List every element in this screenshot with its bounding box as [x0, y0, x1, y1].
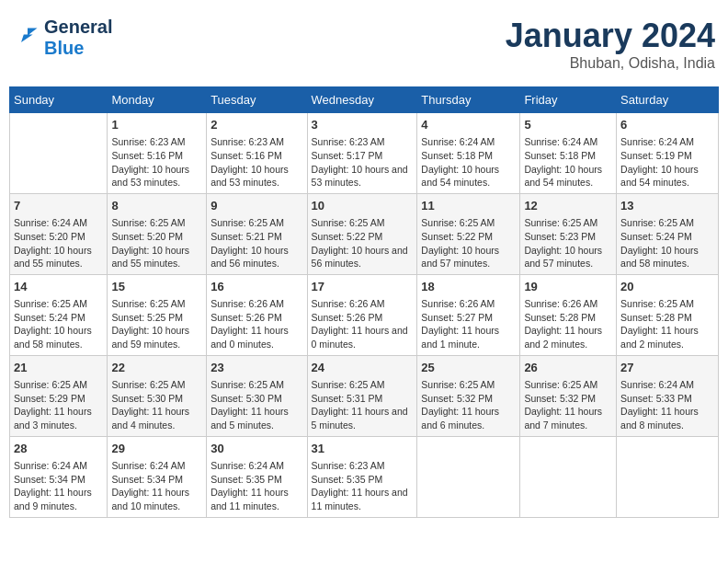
- day-info: Daylight: 11 hours and 6 minutes.: [421, 405, 516, 431]
- col-header-thursday: Thursday: [417, 87, 520, 113]
- logo-text-blue: Blue: [44, 38, 112, 59]
- day-info: Sunrise: 6:25 AM: [312, 216, 414, 230]
- day-info: Sunrise: 6:25 AM: [524, 378, 612, 392]
- day-info: Daylight: 10 hours and 56 minutes.: [312, 244, 414, 270]
- day-info: Sunrise: 6:26 AM: [421, 297, 516, 311]
- day-info: Sunset: 5:17 PM: [312, 149, 414, 163]
- day-cell: [617, 436, 719, 517]
- day-info: Sunset: 5:34 PM: [14, 473, 103, 487]
- day-cell: 3Sunrise: 6:23 AMSunset: 5:17 PMDaylight…: [307, 113, 417, 194]
- day-info: Sunset: 5:20 PM: [14, 230, 103, 244]
- svg-marker-0: [21, 29, 38, 42]
- day-number: 9: [210, 198, 302, 214]
- day-info: Daylight: 11 hours and 0 minutes.: [210, 324, 302, 350]
- day-cell: 21Sunrise: 6:25 AMSunset: 5:29 PMDayligh…: [10, 355, 108, 436]
- day-info: Sunset: 5:31 PM: [312, 392, 414, 406]
- day-number: 2: [210, 117, 302, 133]
- day-number: 31: [312, 441, 414, 457]
- day-number: 15: [111, 279, 202, 295]
- day-info: Sunset: 5:35 PM: [210, 473, 302, 487]
- day-info: Daylight: 10 hours and 58 minutes.: [620, 244, 714, 270]
- day-info: Sunset: 5:26 PM: [312, 311, 414, 325]
- day-number: 10: [312, 198, 414, 214]
- day-cell: 10Sunrise: 6:25 AMSunset: 5:22 PMDayligh…: [307, 193, 417, 274]
- day-info: Sunrise: 6:25 AM: [210, 216, 302, 230]
- day-info: Sunrise: 6:25 AM: [111, 378, 202, 392]
- day-info: Sunrise: 6:25 AM: [312, 378, 414, 392]
- day-cell: 1Sunrise: 6:23 AMSunset: 5:16 PMDaylight…: [108, 113, 207, 194]
- logo-text-general: General: [44, 17, 112, 38]
- day-number: 8: [111, 198, 202, 214]
- day-cell: 26Sunrise: 6:25 AMSunset: 5:32 PMDayligh…: [520, 355, 617, 436]
- day-info: Daylight: 11 hours and 8 minutes.: [620, 405, 714, 431]
- day-info: Sunset: 5:20 PM: [111, 230, 202, 244]
- day-number: 6: [620, 117, 714, 133]
- day-cell: 27Sunrise: 6:24 AMSunset: 5:33 PMDayligh…: [617, 355, 719, 436]
- day-info: Sunset: 5:22 PM: [421, 230, 516, 244]
- day-cell: 31Sunrise: 6:23 AMSunset: 5:35 PMDayligh…: [307, 436, 417, 517]
- day-number: 30: [210, 441, 302, 457]
- day-info: Daylight: 10 hours and 54 minutes.: [421, 163, 516, 190]
- day-info: Sunrise: 6:25 AM: [111, 216, 202, 230]
- day-info: Sunrise: 6:24 AM: [421, 135, 516, 149]
- day-info: Sunrise: 6:25 AM: [111, 297, 202, 311]
- day-number: 3: [312, 117, 414, 133]
- day-info: Daylight: 11 hours and 5 minutes.: [312, 405, 414, 431]
- day-info: Sunrise: 6:25 AM: [620, 216, 714, 230]
- day-info: Daylight: 11 hours and 0 minutes.: [312, 324, 414, 350]
- day-cell: 16Sunrise: 6:26 AMSunset: 5:26 PMDayligh…: [207, 274, 307, 355]
- day-info: Sunset: 5:29 PM: [14, 392, 103, 406]
- day-cell: 24Sunrise: 6:25 AMSunset: 5:31 PMDayligh…: [307, 355, 417, 436]
- day-number: 12: [524, 198, 612, 214]
- day-cell: [520, 436, 617, 517]
- day-info: Daylight: 10 hours and 57 minutes.: [421, 244, 516, 270]
- week-row-4: 21Sunrise: 6:25 AMSunset: 5:29 PMDayligh…: [10, 355, 719, 436]
- day-info: Daylight: 10 hours and 59 minutes.: [111, 324, 202, 350]
- day-info: Sunset: 5:23 PM: [524, 230, 612, 244]
- day-info: Sunset: 5:22 PM: [312, 230, 414, 244]
- col-header-monday: Monday: [108, 87, 207, 113]
- col-header-saturday: Saturday: [617, 87, 719, 113]
- day-number: 22: [111, 360, 202, 376]
- day-info: Sunrise: 6:23 AM: [210, 135, 302, 149]
- day-cell: 12Sunrise: 6:25 AMSunset: 5:23 PMDayligh…: [520, 193, 617, 274]
- day-info: Sunset: 5:34 PM: [111, 473, 202, 487]
- col-header-tuesday: Tuesday: [207, 87, 307, 113]
- day-cell: 13Sunrise: 6:25 AMSunset: 5:24 PMDayligh…: [617, 193, 719, 274]
- day-info: Daylight: 10 hours and 56 minutes.: [210, 244, 302, 270]
- page-header: General Blue January 2024 Bhuban, Odisha…: [9, 9, 719, 79]
- day-info: Daylight: 10 hours and 54 minutes.: [620, 163, 714, 190]
- day-info: Sunset: 5:24 PM: [620, 230, 714, 244]
- week-row-2: 7Sunrise: 6:24 AMSunset: 5:20 PMDaylight…: [10, 193, 719, 274]
- day-cell: 25Sunrise: 6:25 AMSunset: 5:32 PMDayligh…: [417, 355, 520, 436]
- day-info: Daylight: 11 hours and 4 minutes.: [111, 405, 202, 431]
- day-info: Daylight: 10 hours and 55 minutes.: [111, 244, 202, 270]
- day-info: Sunrise: 6:23 AM: [111, 135, 202, 149]
- calendar-table: SundayMondayTuesdayWednesdayThursdayFrid…: [9, 86, 719, 518]
- day-cell: 14Sunrise: 6:25 AMSunset: 5:24 PMDayligh…: [10, 274, 108, 355]
- day-info: Daylight: 11 hours and 1 minute.: [421, 324, 516, 350]
- day-number: 4: [421, 117, 516, 133]
- day-cell: 7Sunrise: 6:24 AMSunset: 5:20 PMDaylight…: [10, 193, 108, 274]
- day-number: 21: [14, 360, 103, 376]
- week-row-5: 28Sunrise: 6:24 AMSunset: 5:34 PMDayligh…: [10, 436, 719, 517]
- day-number: 1: [111, 117, 202, 133]
- day-info: Daylight: 11 hours and 11 minutes.: [210, 486, 302, 512]
- title-section: January 2024 Bhuban, Odisha, India: [506, 17, 715, 72]
- day-cell: 6Sunrise: 6:24 AMSunset: 5:19 PMDaylight…: [617, 113, 719, 194]
- day-info: Sunset: 5:28 PM: [524, 311, 612, 325]
- day-info: Daylight: 10 hours and 54 minutes.: [524, 163, 612, 190]
- day-info: Sunset: 5:16 PM: [210, 149, 302, 163]
- day-info: Sunset: 5:26 PM: [210, 311, 302, 325]
- logo: General Blue: [13, 17, 112, 59]
- day-info: Sunset: 5:21 PM: [210, 230, 302, 244]
- day-cell: 15Sunrise: 6:25 AMSunset: 5:25 PMDayligh…: [108, 274, 207, 355]
- day-info: Daylight: 11 hours and 11 minutes.: [312, 486, 414, 512]
- day-info: Sunrise: 6:24 AM: [14, 459, 103, 473]
- day-number: 29: [111, 441, 202, 457]
- day-number: 25: [421, 360, 516, 376]
- day-cell: 5Sunrise: 6:24 AMSunset: 5:18 PMDaylight…: [520, 113, 617, 194]
- day-cell: 29Sunrise: 6:24 AMSunset: 5:34 PMDayligh…: [108, 436, 207, 517]
- day-info: Sunset: 5:35 PM: [312, 473, 414, 487]
- day-info: Daylight: 11 hours and 2 minutes.: [620, 324, 714, 350]
